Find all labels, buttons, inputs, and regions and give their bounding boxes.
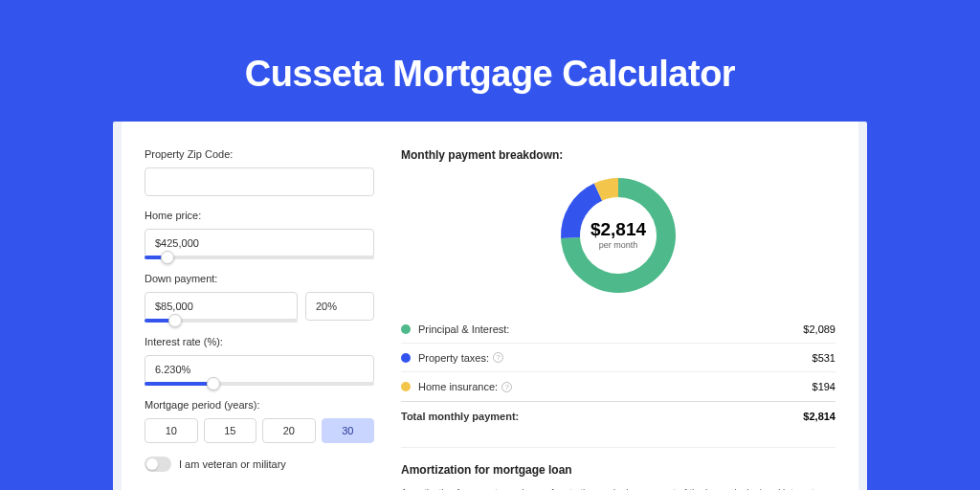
veteran-label: I am veteran or military	[179, 458, 286, 470]
breakdown-item-label: Home insurance:?	[418, 381, 813, 392]
breakdown-item-value: $2,089	[803, 323, 835, 335]
down-amount-input[interactable]	[145, 292, 298, 321]
down-slider[interactable]	[145, 319, 298, 323]
rate-slider-fill	[145, 382, 213, 386]
period-button-30[interactable]: 30	[322, 418, 375, 443]
amortization-section: Amortization for mortgage loan Amortizat…	[401, 447, 835, 490]
page-title: Cusseta Mortgage Calculator	[0, 0, 980, 95]
page-background: Cusseta Mortgage Calculator Property Zip…	[0, 0, 980, 490]
info-icon[interactable]: ?	[501, 382, 512, 392]
info-icon[interactable]: ?	[493, 352, 503, 363]
card-outer-border: Property Zip Code: Home price: Down paym…	[113, 122, 867, 490]
home-price-slider-thumb[interactable]	[161, 251, 174, 264]
breakdown-item-label: Principal & Interest:	[418, 323, 803, 335]
breakdown-total-row: Total monthly payment: $2,814	[401, 401, 835, 430]
zip-group: Property Zip Code:	[145, 148, 374, 196]
breakdown-total-value: $2,814	[803, 411, 835, 422]
breakdown-title: Monthly payment breakdown:	[401, 148, 835, 162]
donut-center-sub: per month	[599, 240, 638, 250]
breakdown-item-label: Property taxes:?	[418, 352, 813, 364]
rate-group: Interest rate (%):	[145, 336, 374, 386]
veteran-toggle[interactable]	[145, 457, 171, 472]
rate-slider-thumb[interactable]	[207, 377, 220, 390]
down-payment-label: Down payment:	[145, 273, 374, 284]
breakdown-total-label: Total monthly payment:	[401, 411, 803, 422]
breakdown-list: Principal & Interest:$2,089Property taxe…	[401, 315, 835, 401]
breakdown-item-value: $194	[813, 381, 835, 392]
donut-chart: $2,814 per month	[556, 173, 680, 298]
zip-label: Property Zip Code:	[145, 148, 374, 160]
zip-input[interactable]	[145, 167, 374, 196]
down-payment-row	[145, 292, 374, 323]
legend-dot	[401, 353, 411, 363]
rate-slider[interactable]	[145, 382, 374, 386]
legend-dot	[401, 324, 411, 334]
donut-center-value: $2,814	[590, 219, 647, 239]
rate-input[interactable]	[145, 355, 374, 384]
form-panel: Property Zip Code: Home price: Down paym…	[145, 148, 374, 490]
down-slider-thumb[interactable]	[168, 314, 182, 327]
breakdown-item-value: $531	[813, 352, 835, 364]
down-percent-input[interactable]	[305, 292, 374, 321]
breakdown-panel: Monthly payment breakdown: $2,814 per mo…	[401, 148, 835, 490]
breakdown-row: Home insurance:?$194	[401, 372, 835, 401]
period-button-10[interactable]: 10	[145, 418, 198, 443]
breakdown-row: Principal & Interest:$2,089	[401, 315, 835, 344]
legend-dot	[401, 382, 411, 391]
period-button-15[interactable]: 15	[204, 418, 257, 443]
period-label: Mortgage period (years):	[145, 399, 374, 411]
amortization-text: Amortization for a mortgage loan refers …	[401, 486, 835, 490]
period-group: Mortgage period (years): 10152030	[145, 399, 374, 443]
home-price-input[interactable]	[145, 229, 374, 257]
home-price-group: Home price:	[145, 210, 374, 259]
rate-label: Interest rate (%):	[145, 336, 374, 347]
columns: Property Zip Code: Home price: Down paym…	[145, 148, 835, 490]
home-price-label: Home price:	[145, 210, 374, 221]
period-row: 10152030	[145, 418, 374, 443]
down-amount-wrap	[145, 292, 298, 323]
down-payment-group: Down payment:	[145, 273, 374, 323]
breakdown-row: Property taxes:?$531	[401, 344, 835, 372]
home-price-slider[interactable]	[145, 256, 374, 259]
veteran-toggle-knob	[146, 458, 158, 470]
calculator-card: Property Zip Code: Home price: Down paym…	[122, 122, 858, 490]
amortization-title: Amortization for mortgage loan	[401, 463, 835, 477]
veteran-row: I am veteran or military	[145, 457, 374, 472]
donut-chart-wrap: $2,814 per month	[401, 173, 835, 298]
period-button-20[interactable]: 20	[262, 418, 316, 443]
